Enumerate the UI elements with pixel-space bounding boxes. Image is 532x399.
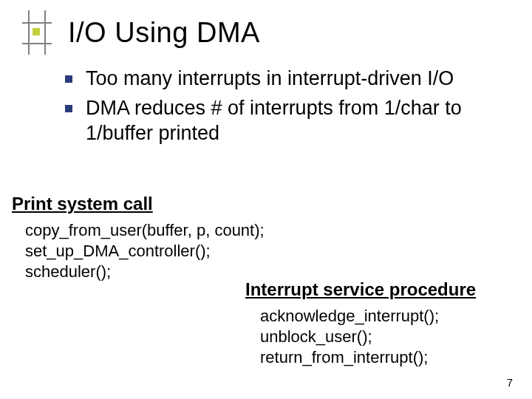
slide: I/O Using DMA Too many interrupts in int…: [0, 0, 532, 399]
list-item: DMA reduces # of interrupts from 1/char …: [65, 96, 508, 146]
code-line: set_up_DMA_controller();: [25, 241, 265, 262]
bullet-icon: [65, 105, 72, 112]
bullet-text: Too many interrupts in interrupt-driven …: [86, 66, 454, 92]
title-bar: I/O Using DMA: [22, 15, 260, 50]
bullet-text: DMA reduces # of interrupts from 1/char …: [86, 96, 508, 146]
title-decoration-icon: [22, 15, 52, 50]
print-syscall-heading: Print system call: [12, 194, 153, 214]
bullet-list: Too many interrupts in interrupt-driven …: [65, 66, 508, 150]
code-line: acknowledge_interrupt();: [260, 306, 439, 327]
bullet-icon: [65, 75, 72, 83]
list-item: Too many interrupts in interrupt-driven …: [65, 66, 508, 92]
code-line: scheduler();: [25, 262, 265, 282]
page-number: 7: [507, 376, 513, 389]
isr-code: acknowledge_interrupt(); unblock_user();…: [260, 306, 439, 368]
slide-title: I/O Using DMA: [68, 17, 260, 49]
code-line: copy_from_user(buffer, p, count);: [25, 220, 265, 241]
print-syscall-code: copy_from_user(buffer, p, count); set_up…: [25, 220, 265, 282]
code-line: unblock_user();: [260, 327, 439, 347]
isr-heading: Interrupt service procedure: [245, 279, 476, 300]
code-line: return_from_interrupt();: [260, 347, 439, 368]
